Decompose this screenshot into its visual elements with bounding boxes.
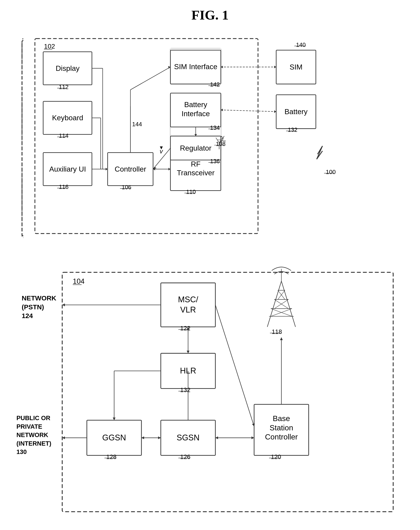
svg-text:PRIVATE: PRIVATE	[16, 423, 42, 430]
svg-text:Base: Base	[273, 414, 290, 423]
svg-text:Auxiliary UI: Auxiliary UI	[49, 165, 86, 173]
svg-text:104: 104	[73, 277, 84, 285]
svg-text:Controller: Controller	[265, 433, 298, 441]
svg-text:Display: Display	[56, 64, 80, 72]
svg-text:130: 130	[16, 448, 27, 455]
svg-text:Battery: Battery	[184, 101, 207, 109]
svg-text:140: 140	[296, 42, 306, 48]
svg-text:128: 128	[106, 453, 116, 460]
top-diagram-final: 102 Display 112 Keyboard 114 Auxiliary U…	[11, 30, 409, 253]
bottom-diagram: 104 MSC/ VLR 122 HLR 132 GGSN 128 SGSN 1…	[11, 265, 409, 525]
svg-text:102: 102	[44, 43, 55, 50]
svg-text:116: 116	[59, 184, 69, 190]
figure-title: FIG. 1	[11, 7, 409, 23]
svg-text:136: 136	[210, 158, 220, 164]
svg-text:NETWORK: NETWORK	[16, 431, 48, 438]
svg-text:Controller: Controller	[115, 165, 146, 173]
svg-text:VLR: VLR	[180, 305, 196, 314]
svg-text:100: 100	[326, 169, 336, 175]
svg-text:112: 112	[59, 84, 69, 90]
svg-text:GGSN: GGSN	[102, 433, 126, 442]
svg-text:NETWORK: NETWORK	[22, 294, 56, 302]
svg-text:(INTERNET): (INTERNET)	[16, 440, 51, 447]
bottom-diagram-svg: 104 MSC/ VLR 122 HLR 132 GGSN 128 SGSN 1…	[11, 265, 409, 525]
svg-text:SGSN: SGSN	[177, 433, 199, 442]
svg-text:Keyboard: Keyboard	[52, 114, 83, 122]
svg-text:118: 118	[272, 328, 282, 335]
svg-text:MSC/: MSC/	[178, 295, 198, 304]
svg-text:Interface: Interface	[182, 110, 210, 118]
svg-text:132: 132	[288, 127, 298, 133]
svg-text:SIM Interface: SIM Interface	[174, 63, 217, 71]
svg-text:▼: ▼	[159, 145, 164, 150]
svg-text:Regulator: Regulator	[180, 144, 211, 152]
svg-text:RF: RF	[191, 160, 201, 168]
svg-text:132: 132	[180, 386, 190, 393]
svg-text:142: 142	[210, 81, 220, 88]
svg-text:Battery: Battery	[285, 108, 308, 116]
svg-text:124: 124	[22, 312, 33, 320]
svg-text:Transceiver: Transceiver	[177, 169, 215, 177]
svg-text:106: 106	[121, 184, 131, 191]
svg-text:110: 110	[186, 189, 196, 195]
svg-text:(PSTN): (PSTN)	[22, 303, 44, 311]
svg-text:120: 120	[271, 453, 281, 460]
svg-text:126: 126	[180, 453, 190, 460]
svg-text:122: 122	[180, 325, 190, 332]
svg-text:144: 144	[132, 121, 142, 128]
top-diagram: 102 Display 112 Keyboard 114 Auxiliary U…	[11, 30, 409, 253]
svg-text:108: 108	[216, 141, 225, 147]
svg-rect-149	[161, 283, 215, 327]
svg-text:SIM: SIM	[289, 63, 302, 71]
svg-text:PUBLIC OR: PUBLIC OR	[16, 414, 50, 421]
svg-text:Station: Station	[270, 424, 293, 432]
svg-text:114: 114	[59, 132, 69, 139]
svg-text:134: 134	[210, 125, 220, 131]
